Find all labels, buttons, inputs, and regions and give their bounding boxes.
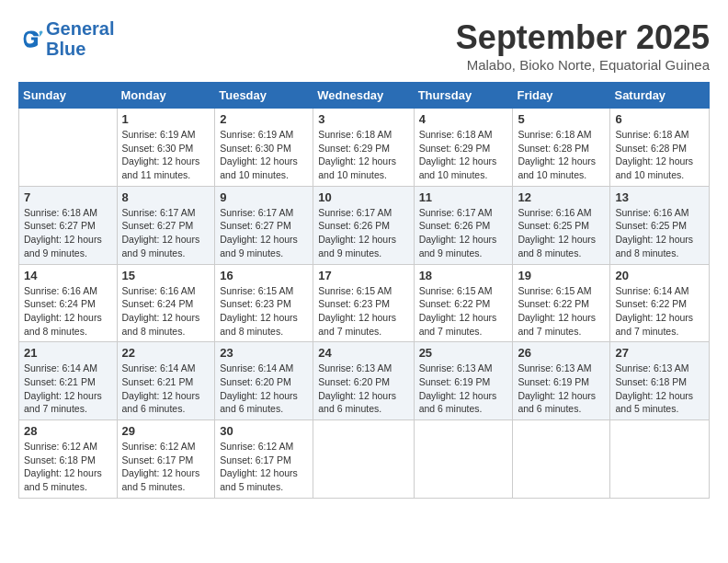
day-cell: 7Sunrise: 6:18 AM Sunset: 6:27 PM Daylig… <box>19 186 118 264</box>
day-info: Sunrise: 6:13 AM Sunset: 6:19 PM Dayligh… <box>419 362 508 416</box>
day-cell: 6Sunrise: 6:18 AM Sunset: 6:28 PM Daylig… <box>610 109 710 187</box>
week-row-2: 7Sunrise: 6:18 AM Sunset: 6:27 PM Daylig… <box>19 186 710 264</box>
day-info: Sunrise: 6:17 AM Sunset: 6:27 PM Dayligh… <box>220 206 308 260</box>
day-info: Sunrise: 6:17 AM Sunset: 6:27 PM Dayligh… <box>122 206 210 260</box>
day-info: Sunrise: 6:19 AM Sunset: 6:30 PM Dayligh… <box>122 128 210 182</box>
title-block: September 2025 Malabo, Bioko Norte, Equa… <box>456 18 710 73</box>
day-info: Sunrise: 6:17 AM Sunset: 6:26 PM Dayligh… <box>318 206 408 260</box>
day-info: Sunrise: 6:16 AM Sunset: 6:24 PM Dayligh… <box>24 284 112 339</box>
day-cell: 19Sunrise: 6:15 AM Sunset: 6:22 PM Dayli… <box>513 264 610 342</box>
calendar-header: SundayMondayTuesdayWednesdayThursdayFrid… <box>19 83 710 109</box>
day-info: Sunrise: 6:18 AM Sunset: 6:29 PM Dayligh… <box>318 128 408 182</box>
day-number: 16 <box>220 269 308 282</box>
logo-text: General Blue <box>46 18 114 59</box>
day-number: 24 <box>318 346 408 360</box>
day-info: Sunrise: 6:15 AM Sunset: 6:23 PM Dayligh… <box>318 284 408 339</box>
day-number: 28 <box>24 424 112 438</box>
day-info: Sunrise: 6:18 AM Sunset: 6:28 PM Dayligh… <box>615 128 704 182</box>
day-cell: 22Sunrise: 6:14 AM Sunset: 6:21 PM Dayli… <box>117 342 215 420</box>
day-info: Sunrise: 6:14 AM Sunset: 6:21 PM Dayligh… <box>122 362 210 416</box>
logo: General Blue <box>18 18 114 59</box>
calendar-body: 1Sunrise: 6:19 AM Sunset: 6:30 PM Daylig… <box>19 109 710 499</box>
day-cell: 25Sunrise: 6:13 AM Sunset: 6:19 PM Dayli… <box>414 342 513 420</box>
day-cell: 1Sunrise: 6:19 AM Sunset: 6:30 PM Daylig… <box>117 109 215 187</box>
day-number: 25 <box>419 346 508 360</box>
day-number: 7 <box>24 190 112 204</box>
day-info: Sunrise: 6:13 AM Sunset: 6:20 PM Dayligh… <box>318 362 408 416</box>
day-header-monday: Monday <box>117 83 215 109</box>
day-cell <box>313 420 414 499</box>
day-cell: 12Sunrise: 6:16 AM Sunset: 6:25 PM Dayli… <box>513 186 610 264</box>
day-number: 19 <box>518 269 605 282</box>
day-cell: 14Sunrise: 6:16 AM Sunset: 6:24 PM Dayli… <box>19 264 118 342</box>
day-info: Sunrise: 6:18 AM Sunset: 6:29 PM Dayligh… <box>419 128 508 182</box>
day-info: Sunrise: 6:16 AM Sunset: 6:24 PM Dayligh… <box>122 284 210 339</box>
month-title: September 2025 <box>456 18 710 57</box>
day-info: Sunrise: 6:14 AM Sunset: 6:21 PM Dayligh… <box>24 362 112 416</box>
day-cell: 23Sunrise: 6:14 AM Sunset: 6:20 PM Dayli… <box>215 342 313 420</box>
day-number: 17 <box>318 269 408 282</box>
day-number: 14 <box>24 269 112 282</box>
day-info: Sunrise: 6:12 AM Sunset: 6:17 PM Dayligh… <box>122 440 210 494</box>
day-cell: 11Sunrise: 6:17 AM Sunset: 6:26 PM Dayli… <box>414 186 513 264</box>
day-number: 8 <box>122 190 210 204</box>
day-cell <box>610 420 710 499</box>
page-header: General Blue September 2025 Malabo, Biok… <box>18 18 710 73</box>
day-number: 4 <box>419 112 508 126</box>
day-header-saturday: Saturday <box>610 83 710 109</box>
day-number: 1 <box>122 112 210 126</box>
day-header-friday: Friday <box>513 83 610 109</box>
day-info: Sunrise: 6:13 AM Sunset: 6:19 PM Dayligh… <box>518 362 605 416</box>
day-number: 21 <box>24 346 112 360</box>
day-header-sunday: Sunday <box>19 83 118 109</box>
day-cell: 21Sunrise: 6:14 AM Sunset: 6:21 PM Dayli… <box>19 342 118 420</box>
day-info: Sunrise: 6:17 AM Sunset: 6:26 PM Dayligh… <box>419 206 508 260</box>
day-number: 3 <box>318 112 408 126</box>
week-row-5: 28Sunrise: 6:12 AM Sunset: 6:18 PM Dayli… <box>19 420 710 499</box>
day-cell: 9Sunrise: 6:17 AM Sunset: 6:27 PM Daylig… <box>215 186 313 264</box>
day-cell: 27Sunrise: 6:13 AM Sunset: 6:18 PM Dayli… <box>610 342 710 420</box>
week-row-4: 21Sunrise: 6:14 AM Sunset: 6:21 PM Dayli… <box>19 342 710 420</box>
day-cell: 26Sunrise: 6:13 AM Sunset: 6:19 PM Dayli… <box>513 342 610 420</box>
day-info: Sunrise: 6:19 AM Sunset: 6:30 PM Dayligh… <box>220 128 308 182</box>
day-number: 22 <box>122 346 210 360</box>
day-info: Sunrise: 6:16 AM Sunset: 6:25 PM Dayligh… <box>518 206 605 260</box>
day-number: 15 <box>122 269 210 282</box>
day-info: Sunrise: 6:12 AM Sunset: 6:17 PM Dayligh… <box>220 440 308 494</box>
day-number: 13 <box>615 190 704 204</box>
day-number: 5 <box>518 112 605 126</box>
calendar-table: SundayMondayTuesdayWednesdayThursdayFrid… <box>18 82 710 499</box>
day-number: 30 <box>220 424 308 438</box>
day-info: Sunrise: 6:18 AM Sunset: 6:28 PM Dayligh… <box>518 128 605 182</box>
day-info: Sunrise: 6:18 AM Sunset: 6:27 PM Dayligh… <box>24 206 112 260</box>
day-cell: 29Sunrise: 6:12 AM Sunset: 6:17 PM Dayli… <box>117 420 215 499</box>
day-cell: 28Sunrise: 6:12 AM Sunset: 6:18 PM Dayli… <box>19 420 118 499</box>
day-info: Sunrise: 6:14 AM Sunset: 6:20 PM Dayligh… <box>220 362 308 416</box>
day-cell: 13Sunrise: 6:16 AM Sunset: 6:25 PM Dayli… <box>610 186 710 264</box>
day-info: Sunrise: 6:13 AM Sunset: 6:18 PM Dayligh… <box>615 362 704 416</box>
logo-icon <box>18 26 44 52</box>
day-cell: 17Sunrise: 6:15 AM Sunset: 6:23 PM Dayli… <box>313 264 414 342</box>
day-cell: 10Sunrise: 6:17 AM Sunset: 6:26 PM Dayli… <box>313 186 414 264</box>
day-cell <box>19 109 118 187</box>
day-cell: 3Sunrise: 6:18 AM Sunset: 6:29 PM Daylig… <box>313 109 414 187</box>
day-number: 9 <box>220 190 308 204</box>
day-cell: 18Sunrise: 6:15 AM Sunset: 6:22 PM Dayli… <box>414 264 513 342</box>
day-info: Sunrise: 6:15 AM Sunset: 6:22 PM Dayligh… <box>419 284 508 339</box>
day-number: 10 <box>318 190 408 204</box>
day-cell <box>513 420 610 499</box>
location-subtitle: Malabo, Bioko Norte, Equatorial Guinea <box>456 57 710 73</box>
day-number: 20 <box>615 269 704 282</box>
day-cell: 15Sunrise: 6:16 AM Sunset: 6:24 PM Dayli… <box>117 264 215 342</box>
day-number: 18 <box>419 269 508 282</box>
day-cell: 30Sunrise: 6:12 AM Sunset: 6:17 PM Dayli… <box>215 420 313 499</box>
day-header-wednesday: Wednesday <box>313 83 414 109</box>
day-cell: 16Sunrise: 6:15 AM Sunset: 6:23 PM Dayli… <box>215 264 313 342</box>
day-number: 12 <box>518 190 605 204</box>
day-cell: 8Sunrise: 6:17 AM Sunset: 6:27 PM Daylig… <box>117 186 215 264</box>
day-number: 29 <box>122 424 210 438</box>
day-info: Sunrise: 6:15 AM Sunset: 6:22 PM Dayligh… <box>518 284 605 339</box>
week-row-1: 1Sunrise: 6:19 AM Sunset: 6:30 PM Daylig… <box>19 109 710 187</box>
day-number: 2 <box>220 112 308 126</box>
week-row-3: 14Sunrise: 6:16 AM Sunset: 6:24 PM Dayli… <box>19 264 710 342</box>
